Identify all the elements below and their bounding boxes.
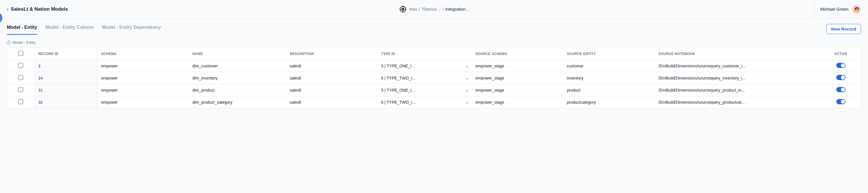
breadcrumb-sep1: /	[419, 7, 420, 11]
breadcrumb-part1: Neo	[409, 7, 417, 11]
cell-source-notebook: /DmBuild/Dimensions/sourcequery_inventor…	[655, 72, 821, 84]
cell-name: dim_inventory	[189, 72, 286, 84]
cell-source-entity: inventory	[563, 72, 655, 84]
row-checkbox[interactable]	[18, 99, 23, 104]
col-description[interactable]: DESCRIPTION	[286, 48, 377, 60]
row-checkbox[interactable]	[18, 75, 23, 80]
cell-source-entity: product	[563, 84, 655, 96]
section-label: i Model - Entity	[7, 40, 861, 45]
data-table: RECORD ID SCHEMA NAME DESCRIPTION TYPE I…	[7, 47, 861, 108]
table-header-row: RECORD ID SCHEMA NAME DESCRIPTION TYPE I…	[7, 48, 861, 60]
cell-schema: empower	[97, 96, 189, 108]
app-logo-icon	[399, 5, 407, 13]
user-menu[interactable]: Michael Green 🧑	[814, 0, 861, 18]
content: Model - Entity Model - Entity Column Mod…	[0, 19, 868, 108]
cell-schema: empower	[97, 72, 189, 84]
tab-model-entity[interactable]: Model - Entity	[7, 23, 37, 35]
chevron-down-icon: ⌄	[467, 8, 469, 11]
cell-record-id: 32	[35, 96, 97, 108]
topbar: ‹ SalesLt & Nation Models Neo / Tiberius…	[0, 0, 868, 19]
table-row[interactable]: 24empowerdim_inventorysaleslt6 | TYPE_TW…	[7, 72, 861, 84]
cell-description: saleslt	[286, 96, 377, 108]
tab-model-entity-column[interactable]: Model - Entity Column	[45, 23, 94, 35]
info-icon: i	[7, 41, 11, 45]
cell-source-entity: productcategory	[563, 96, 655, 108]
cell-name: dim_product	[189, 84, 286, 96]
active-toggle[interactable]	[836, 99, 845, 104]
active-toggle[interactable]	[836, 87, 845, 92]
avatar[interactable]: 🧑	[852, 5, 861, 14]
breadcrumb-sep2: /	[442, 7, 443, 11]
section-label-text: Model - Entity	[13, 40, 35, 45]
cell-name: dim_customer	[189, 60, 286, 72]
cell-schema: empower	[97, 84, 189, 96]
cell-source-schema: empower_stage	[472, 72, 563, 84]
new-record-button[interactable]: New Record	[826, 24, 861, 34]
row-checkbox[interactable]	[18, 87, 23, 92]
cell-source-schema: empower_stage	[472, 84, 563, 96]
breadcrumb-part3-dropdown[interactable]: Integration ⌄	[445, 7, 469, 11]
col-source-notebook[interactable]: SOURCE NOTEBOOK	[655, 48, 821, 60]
cell-record-id: 31	[35, 84, 97, 96]
col-source-entity[interactable]: SOURCE ENTITY	[563, 48, 655, 60]
cell-name: dim_product_category	[189, 96, 286, 108]
chevron-down-icon: ⌄	[466, 100, 469, 104]
cell-record-id: 24	[35, 72, 97, 84]
table-row[interactable]: 32empowerdim_product_categorysaleslt6 | …	[7, 96, 861, 108]
cell-record-id: 2	[35, 60, 97, 72]
cell-source-entity: customer	[563, 60, 655, 72]
tab-model-entity-dependency[interactable]: Model - Entity Dependency	[102, 23, 161, 35]
cell-type-id[interactable]: 6 | TYPE_TWO_I...⌄	[378, 96, 472, 108]
tabbar: Model - Entity Model - Entity Column Mod…	[7, 23, 861, 35]
col-name[interactable]: NAME	[189, 48, 286, 60]
user-name: Michael Green	[820, 7, 848, 11]
select-all-checkbox[interactable]	[18, 51, 23, 56]
chevron-down-icon: ⌄	[466, 88, 469, 92]
breadcrumb: Neo / Tiberius ⌄ / Integration ⌄	[399, 5, 469, 13]
cell-source-notebook: /DmBuild/Dimensions/sourcequery_product_…	[655, 84, 821, 96]
table-row[interactable]: 2empowerdim_customersaleslt5 | TYPE_ONE_…	[7, 60, 861, 72]
cell-schema: empower	[97, 60, 189, 72]
chevron-down-icon: ⌄	[466, 64, 469, 68]
col-source-schema[interactable]: SOURCE SCHEMA	[472, 48, 563, 60]
svg-point-2	[402, 9, 403, 9]
chevron-down-icon: ⌄	[466, 76, 469, 80]
cell-description: saleslt	[286, 84, 377, 96]
col-type-id[interactable]: TYPE ID	[378, 48, 472, 60]
chevron-down-icon: ⌄	[438, 8, 441, 11]
cell-source-notebook: /DmBuild/Dimensions/sourcequery_productc…	[655, 96, 821, 108]
breadcrumb-part2-dropdown[interactable]: Tiberius ⌄	[422, 7, 441, 11]
cell-source-schema: empower_stage	[472, 96, 563, 108]
cell-type-id[interactable]: 5 | TYPE_ONE_I...⌄	[378, 84, 472, 96]
table-row[interactable]: 31empowerdim_productsaleslt5 | TYPE_ONE_…	[7, 84, 861, 96]
back-icon[interactable]: ‹	[7, 7, 8, 12]
active-toggle[interactable]	[836, 63, 845, 68]
cell-source-notebook: /DmBuild/Dimensions/sourcequery_customer…	[655, 60, 821, 72]
cell-type-id[interactable]: 6 | TYPE_TWO_I...⌄	[378, 72, 472, 84]
col-schema[interactable]: SCHEMA	[97, 48, 189, 60]
active-toggle[interactable]	[836, 75, 845, 80]
cell-description: saleslt	[286, 72, 377, 84]
cell-description: saleslt	[286, 60, 377, 72]
cell-source-schema: empower_stage	[472, 60, 563, 72]
col-active[interactable]: ACTIVE	[821, 48, 861, 60]
cell-type-id[interactable]: 5 | TYPE_ONE_I...⌄	[378, 60, 472, 72]
row-checkbox[interactable]	[18, 63, 23, 68]
page-title: SalesLt & Nation Models	[11, 6, 68, 12]
col-record-id[interactable]: RECORD ID	[35, 48, 97, 60]
